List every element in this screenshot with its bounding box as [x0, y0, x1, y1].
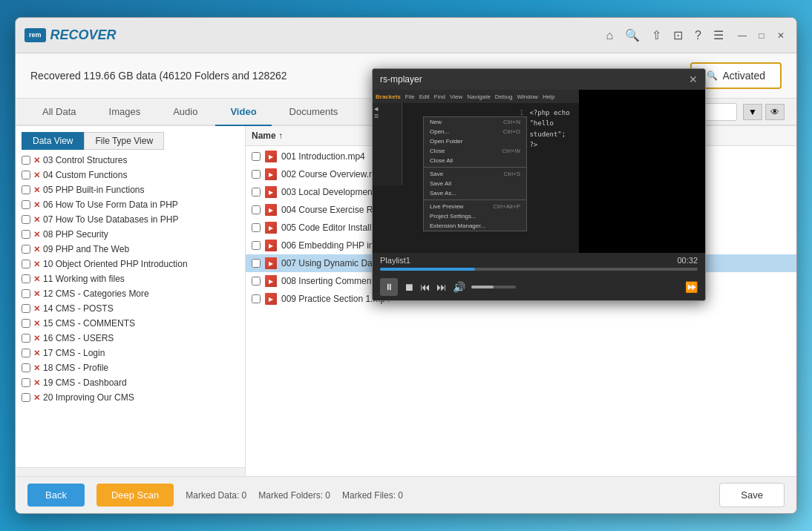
folder-name: 09 PHP and The Web: [43, 244, 129, 254]
list-item[interactable]: ✕ 14 CMS - POSTS: [16, 301, 245, 316]
logo-text: RECOVER: [50, 27, 117, 43]
data-view-button[interactable]: Data View: [22, 132, 84, 150]
list-item[interactable]: ✕ 16 CMS - USERS: [16, 331, 245, 346]
tab-images[interactable]: Images: [94, 99, 156, 126]
list-item[interactable]: ✕ 07 How To Use Databases in PHP: [16, 212, 245, 227]
folder-checkbox[interactable]: [22, 215, 30, 224]
dropdown-item-open[interactable]: Open...Ctrl+O: [424, 127, 526, 136]
list-item[interactable]: ✕ 12 CMS - Categories More: [16, 286, 245, 301]
progress-bar-container[interactable]: [380, 268, 698, 271]
volume-fill: [471, 286, 494, 288]
player-video-area: Brackets File Edit Find View Navigate De…: [373, 90, 705, 253]
dropdown-item-project-settings[interactable]: Project Settings...: [424, 211, 526, 221]
tab-audio[interactable]: Audio: [158, 99, 212, 126]
list-item[interactable]: ✕ 17 CMS - Login: [16, 346, 245, 360]
play-pause-button[interactable]: ⏸: [380, 278, 398, 296]
list-item[interactable]: ✕ 04 Custom Functions: [16, 168, 245, 182]
video-thumbnail: ▶: [265, 168, 277, 180]
player-progress: [373, 268, 705, 274]
file-checkbox[interactable]: [252, 223, 261, 232]
list-item[interactable]: ✕ 15 CMS - COMMENTS: [16, 316, 245, 331]
player-timestamp: 00:32: [677, 256, 698, 265]
tab-video[interactable]: Video: [215, 99, 271, 126]
folder-checkbox[interactable]: [22, 156, 30, 165]
bookmark-icon[interactable]: ⊡: [673, 28, 683, 42]
volume-button[interactable]: 🔊: [453, 281, 465, 293]
dropdown-item-save-as[interactable]: Save As...: [424, 188, 526, 198]
editor-screenshot: Brackets File Edit Find View Navigate De…: [373, 90, 579, 253]
list-item[interactable]: ✕ 10 Object Oriented PHP Introduction: [16, 257, 245, 271]
folder-checkbox[interactable]: [22, 393, 30, 402]
folder-checkbox[interactable]: [22, 260, 30, 268]
file-checkbox[interactable]: [252, 205, 261, 214]
thumbnail-view-button[interactable]: 👁: [765, 104, 785, 120]
tab-all-data[interactable]: All Data: [27, 99, 91, 126]
dropdown-item-save-all[interactable]: Save All: [424, 179, 526, 188]
list-item[interactable]: ✕ 11 Working with files: [16, 271, 245, 286]
minimize-button[interactable]: —: [736, 29, 749, 42]
list-item[interactable]: ✕ 20 Improving Our CMS: [16, 390, 245, 405]
player-close-button[interactable]: ✕: [689, 73, 698, 85]
editor-menubar: Brackets File Edit Find View Navigate De…: [373, 90, 579, 103]
volume-slider[interactable]: [471, 286, 516, 288]
dropdown-item-close-all[interactable]: Close All: [424, 156, 526, 165]
list-item[interactable]: ✕ 03 Control Structures: [16, 153, 245, 168]
folder-checkbox[interactable]: [22, 304, 30, 313]
list-item[interactable]: ✕ 18 CMS - Profile: [16, 360, 245, 375]
file-checkbox[interactable]: [252, 170, 261, 179]
list-item[interactable]: ✕ 06 How To Use Form Data in PHP: [16, 197, 245, 212]
dropdown-item-new[interactable]: NewCtrl+N: [424, 117, 526, 127]
folder-checkbox[interactable]: [22, 230, 30, 239]
folder-checkbox[interactable]: [22, 245, 30, 254]
list-item[interactable]: ✕ 09 PHP and The Web: [16, 242, 245, 257]
help-icon[interactable]: ?: [695, 29, 701, 42]
horizontal-scrollbar[interactable]: [16, 467, 245, 476]
folder-checkbox[interactable]: [22, 363, 30, 372]
left-panel: Data View File Type View ✕ 03 Control St…: [16, 126, 246, 476]
folder-checkbox[interactable]: [22, 378, 30, 387]
dropdown-item-save[interactable]: SaveCtrl+S: [424, 169, 526, 179]
folder-name: 04 Custom Functions: [43, 170, 127, 180]
recovered-text: Recovered 119.66 GB data (46120 Folders …: [30, 70, 287, 82]
close-button[interactable]: ✕: [774, 29, 788, 42]
menu-icon[interactable]: ☰: [713, 28, 724, 42]
file-checkbox[interactable]: [252, 241, 261, 250]
folder-checkbox[interactable]: [22, 349, 30, 357]
list-item[interactable]: ✕ 19 CMS - Dashboard: [16, 375, 245, 390]
share-icon[interactable]: ⇧: [652, 28, 661, 42]
back-button[interactable]: Back: [27, 484, 85, 507]
folder-name: 08 PHP Security: [43, 229, 108, 240]
file-checkbox[interactable]: [252, 259, 261, 268]
folder-checkbox[interactable]: [22, 274, 30, 283]
file-checkbox[interactable]: [252, 277, 261, 286]
prev-button[interactable]: ⏮: [420, 281, 430, 293]
expand-button[interactable]: ⏩: [685, 281, 698, 293]
folder-checkbox[interactable]: [22, 185, 30, 194]
folder-checkbox[interactable]: [22, 334, 30, 343]
stop-button[interactable]: ⏹: [404, 281, 414, 293]
dropdown-item-open-folder[interactable]: Open Folder: [424, 136, 526, 146]
tab-documents[interactable]: Documents: [275, 99, 353, 126]
file-checkbox[interactable]: [252, 152, 261, 161]
list-item[interactable]: ✕ 08 PHP Security: [16, 227, 245, 242]
folder-checkbox[interactable]: [22, 319, 30, 328]
dropdown-item-close[interactable]: CloseCtrl+W: [424, 146, 526, 156]
dropdown-item-extension-manager[interactable]: Extension Manager...: [424, 221, 526, 231]
home-icon[interactable]: ⌂: [606, 29, 613, 42]
folder-checkbox[interactable]: [22, 171, 30, 179]
folder-checkbox[interactable]: [22, 289, 30, 298]
next-button[interactable]: ⏭: [436, 281, 447, 293]
save-button[interactable]: Save: [719, 483, 785, 507]
search-icon[interactable]: 🔍: [625, 28, 640, 42]
filter-button[interactable]: ▼: [743, 104, 762, 120]
folder-name: 19 CMS - Dashboard: [43, 377, 127, 388]
dropdown-item-live-preview[interactable]: Live PreviewCtrl+Alt+P: [424, 202, 526, 211]
maximize-button[interactable]: □: [755, 29, 768, 42]
title-bar: rem RECOVER ⌂ 🔍 ⇧ ⊡ ? ☰ — □ ✕: [16, 18, 796, 53]
folder-checkbox[interactable]: [22, 200, 30, 209]
list-item[interactable]: ✕ 05 PHP Built-in Functions: [16, 182, 245, 197]
file-type-view-button[interactable]: File Type View: [84, 132, 164, 150]
file-checkbox[interactable]: [252, 188, 261, 197]
file-checkbox[interactable]: [252, 294, 261, 303]
deep-scan-button[interactable]: Deep Scan: [96, 484, 174, 507]
